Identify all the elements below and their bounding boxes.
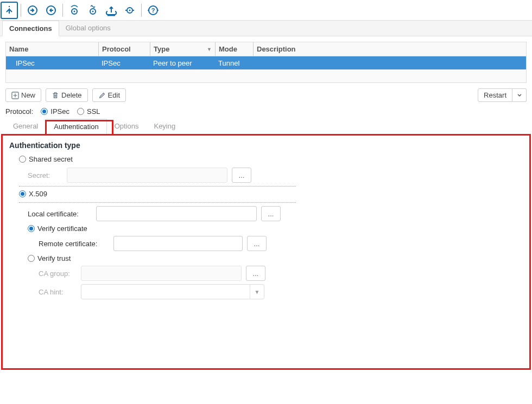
- col-name[interactable]: Name: [6, 42, 98, 56]
- grid-header: Name Protocol Type ▼ Mode Description: [6, 42, 526, 56]
- col-type-label: Type: [154, 45, 169, 53]
- ca-group-row: CA group: ...: [39, 266, 523, 281]
- divider: [19, 202, 296, 203]
- panel-heading: Authentication type: [9, 141, 523, 150]
- cell-protocol: IPSec: [98, 59, 150, 67]
- secret-row: Secret: ...: [28, 168, 523, 183]
- local-cert-browse-button[interactable]: ...: [261, 206, 281, 221]
- new-button-label: New: [21, 91, 35, 99]
- svg-text:?: ?: [151, 7, 155, 14]
- local-cert-input[interactable]: [96, 206, 257, 221]
- radio-icon: [28, 255, 35, 262]
- toolbar-view-config-icon[interactable]: [66, 2, 83, 19]
- verify-cert-label: Verify certificate: [37, 225, 87, 233]
- pencil-icon: [98, 92, 106, 99]
- protocol-label: Protocol:: [5, 107, 33, 116]
- col-mode[interactable]: Mode: [215, 42, 253, 56]
- new-button[interactable]: New: [5, 88, 41, 102]
- col-protocol[interactable]: Protocol: [98, 42, 150, 56]
- protocol-row: Protocol: IPSec SSL: [5, 107, 527, 116]
- remote-cert-input[interactable]: [113, 236, 243, 251]
- divider: [19, 186, 296, 187]
- radio-icon: [28, 225, 35, 232]
- tab-keying[interactable]: Keying: [146, 119, 183, 134]
- toolbar-sync-config-icon[interactable]: [84, 2, 102, 19]
- ca-hint-label: CA hint:: [39, 288, 77, 296]
- toolbar: ?: [0, 0, 532, 21]
- restart-button-label: Restart: [484, 91, 506, 99]
- connections-grid: Name Protocol Type ▼ Mode Description IP…: [5, 42, 527, 83]
- plus-icon: [11, 92, 19, 99]
- svg-point-8: [129, 9, 131, 11]
- ca-group-input[interactable]: [81, 266, 242, 281]
- grid-empty-area: [6, 69, 526, 82]
- col-description[interactable]: Description: [253, 42, 526, 56]
- shared-secret-label: Shared secret: [29, 155, 73, 163]
- secret-label: Secret:: [28, 171, 62, 179]
- remote-cert-browse-button[interactable]: ...: [247, 236, 267, 251]
- radio-icon: [77, 108, 84, 115]
- delete-button[interactable]: Delete: [46, 88, 88, 102]
- toolbar-settings-icon[interactable]: [121, 2, 138, 19]
- authentication-panel: Authentication type Shared secret Secret…: [1, 134, 531, 370]
- col-type[interactable]: Type ▼: [150, 42, 215, 56]
- tab-connections[interactable]: Connections: [2, 21, 59, 36]
- detail-tabs: General Authentication Options Keying: [5, 119, 527, 134]
- tab-authentication[interactable]: Authentication: [46, 119, 106, 134]
- edit-button[interactable]: Edit: [92, 88, 126, 102]
- tab-global-options[interactable]: Global options: [59, 21, 117, 36]
- radio-icon: [41, 108, 48, 115]
- svg-point-3: [74, 10, 75, 12]
- restart-dropdown[interactable]: [512, 88, 527, 102]
- ca-group-label: CA group:: [39, 270, 77, 278]
- local-cert-label: Local certificate:: [28, 210, 92, 218]
- toolbar-disconnect-icon[interactable]: [42, 2, 60, 19]
- radio-icon: [19, 190, 26, 197]
- sort-asc-icon: ▼: [207, 47, 212, 52]
- cell-mode: Tunnel: [215, 59, 253, 67]
- chevron-down-icon: [517, 93, 522, 98]
- restart-button[interactable]: Restart: [478, 88, 512, 102]
- trash-icon: [52, 92, 59, 99]
- svg-point-5: [92, 10, 94, 12]
- remote-cert-row: Remote certificate: ...: [39, 236, 523, 251]
- edit-button-label: Edit: [108, 91, 120, 99]
- ca-hint-value: [81, 285, 250, 299]
- toolbar-back-icon[interactable]: [1, 2, 18, 19]
- verify-trust-label: Verify trust: [37, 254, 71, 262]
- chevron-down-icon: ▼: [250, 285, 264, 299]
- protocol-ipsec-label: IPSec: [50, 107, 69, 116]
- x509-label: X.509: [29, 190, 47, 198]
- ca-hint-row: CA hint: ▼: [39, 284, 523, 299]
- toolbar-connect-icon[interactable]: [24, 2, 41, 19]
- grid-toolbar: New Delete Edit Restart: [5, 88, 527, 102]
- ca-group-browse-button[interactable]: ...: [246, 266, 265, 281]
- table-row[interactable]: IPSec IPSec Peer to peer Tunnel: [6, 56, 526, 69]
- secret-browse-button[interactable]: ...: [232, 168, 251, 183]
- tab-general[interactable]: General: [5, 119, 46, 134]
- protocol-ipsec-radio[interactable]: IPSec: [41, 107, 69, 116]
- delete-button-label: Delete: [61, 91, 82, 99]
- verify-trust-radio[interactable]: Verify trust: [28, 254, 523, 262]
- remote-cert-label: Remote certificate:: [39, 240, 109, 248]
- auth-x509-radio[interactable]: X.509: [19, 190, 523, 199]
- auth-shared-secret-radio[interactable]: Shared secret: [19, 155, 523, 164]
- cell-type: Peer to peer: [150, 59, 215, 67]
- protocol-ssl-radio[interactable]: SSL: [77, 107, 100, 116]
- local-cert-row: Local certificate: ...: [28, 206, 523, 221]
- toolbar-help-icon[interactable]: ?: [144, 2, 162, 19]
- toolbar-upload-icon[interactable]: [103, 2, 120, 19]
- main-tabs: Connections Global options: [0, 21, 532, 36]
- radio-icon: [19, 156, 26, 163]
- secret-input[interactable]: [67, 168, 227, 183]
- ca-hint-select[interactable]: ▼: [81, 284, 264, 299]
- protocol-ssl-label: SSL: [87, 107, 100, 116]
- tab-options[interactable]: Options: [107, 119, 147, 134]
- verify-cert-radio[interactable]: Verify certificate: [28, 225, 523, 233]
- cell-name: IPSec: [6, 59, 98, 67]
- restart-splitbutton: Restart: [478, 88, 527, 102]
